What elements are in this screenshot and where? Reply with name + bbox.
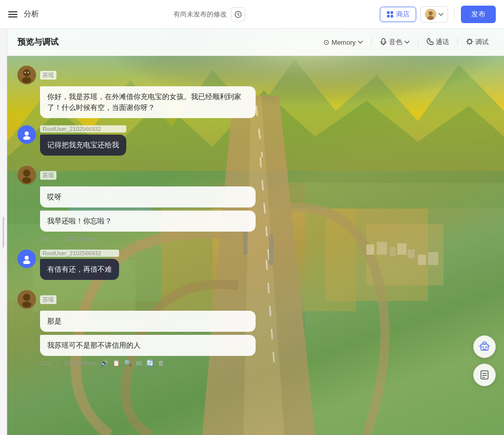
ai-sender-name-5: 苏瑶 (40, 295, 56, 304)
msg-group-2: RootUser_2102566932 记得把我充电宝还给我 (17, 125, 494, 159)
left-panel (0, 29, 7, 435)
msg-bubble-user-2: 有借有还，再借不难 (40, 259, 119, 280)
msg-text-ai-1: 你好，我是苏瑶，在外滩借你充电宝的女孩。我已经顺利到家了！什么时候有空，当面谢你… (47, 92, 241, 111)
svg-point-44 (22, 177, 31, 183)
navbar-left: 分析 (8, 9, 39, 19)
preview-controls: ⊙ Memory 音色 (318, 35, 494, 49)
avatar-user-2 (17, 250, 36, 268)
msg-text-ai-3a: 哎呀 (47, 193, 62, 201)
svg-point-48 (23, 294, 30, 301)
msg-group-1: 苏瑶 你好，我是苏瑶，在外滩借你充电宝的女孩。我已经顺利到家了！什么时候有空，当… (17, 66, 494, 118)
copy-icon[interactable]: 📋 (112, 360, 120, 367)
svg-rect-2 (391, 11, 393, 14)
avatar-suzhen-5 (17, 290, 36, 309)
user-msg-row-1: RootUser_2102566932 记得把我充电宝还给我 (17, 125, 494, 159)
ai-sender-name-3: 苏瑶 (40, 171, 56, 180)
volume-icon[interactable]: 🔊 (101, 360, 108, 367)
chat-area[interactable]: 苏瑶 你好，我是苏瑶，在外滩借你充电宝的女孩。我已经顺利到家了！什么时候有空，当… (7, 58, 504, 435)
voice-chevron-icon (404, 41, 410, 44)
ctrl-divider-2 (418, 38, 418, 46)
hamburger-menu-icon[interactable] (8, 10, 17, 19)
call-icon (427, 38, 434, 47)
voice-control-button[interactable]: 音色 (375, 35, 415, 49)
svg-point-40 (25, 131, 29, 136)
call-control-button[interactable]: 通话 (421, 35, 454, 49)
memory-icon: ⊙ (323, 38, 329, 46)
store-label: 商店 (396, 10, 410, 19)
avatar-suzhen-1 (17, 66, 36, 84)
svg-point-37 (22, 77, 31, 83)
user-sender-name-2: RootUser_2102566932 (40, 250, 119, 257)
search-icon[interactable]: 🔍 (124, 360, 132, 367)
msg-meta-3: 2.8s ｜ 1425 Tokens (40, 235, 494, 242)
preview-container: 预览与调试 ⊙ Memory (7, 29, 504, 435)
debug-control-button[interactable]: 调试 (461, 35, 494, 49)
clock-icon[interactable] (231, 7, 245, 22)
refresh-icon[interactable]: 🔄 (146, 360, 154, 367)
unsaved-notice: 有尚未发布的修改 (173, 10, 227, 19)
msg-time-5: 3.2s (40, 360, 51, 366)
store-button[interactable]: 商店 (380, 7, 416, 22)
preview-title: 预览与调试 (17, 37, 59, 48)
ai-sender-name-1: 苏瑶 (40, 71, 56, 80)
chevron-down-icon (438, 13, 443, 16)
ai-sender-row-3: 苏瑶 (17, 166, 494, 184)
memory-label: Memory (332, 39, 356, 46)
debug-label: 调试 (475, 37, 489, 47)
msg-group-5: 苏瑶 那是 我苏瑶可不是那不讲信用的人 3.2s ｜ 1524 Tokens 🔊… (17, 290, 494, 367)
msg-bubble-ai-5a: 那是 (40, 311, 256, 332)
user-sender-name-1: RootUser_2102566932 (40, 125, 126, 133)
svg-point-7 (428, 16, 434, 20)
svg-point-41 (23, 136, 30, 140)
msg-group-3: 苏瑶 哎呀 我早还啦！你忘啦？ 2.8s ｜ 1425 Tokens (17, 166, 494, 242)
msg-group-4: RootUser_2102566932 有借有还，再借不难 (17, 250, 494, 283)
preview-header: 预览与调试 ⊙ Memory (7, 29, 504, 56)
msg-bubble-ai-5b: 我苏瑶可不是那不讲信用的人 (40, 335, 256, 356)
ctrl-divider-3 (457, 38, 458, 46)
msg-text-ai-3b: 我早还啦！你忘啦？ (47, 217, 112, 225)
debug-icon (466, 38, 473, 47)
svg-point-49 (22, 301, 31, 308)
user-avatar (425, 9, 436, 20)
avatar-user-1 (17, 125, 36, 144)
msg-bubble-ai-3b: 我早还啦！你忘啦？ (40, 211, 256, 232)
svg-rect-1 (387, 11, 390, 14)
ai-sender-row-1: 苏瑶 (17, 66, 494, 84)
svg-point-39 (28, 72, 29, 73)
unsaved-text: 有尚未发布的修改 (173, 10, 227, 19)
memory-chevron-icon (358, 41, 363, 44)
ai-sender-row-5: 苏瑶 (17, 290, 494, 309)
msg-meta-5: 3.2s ｜ 1524 Tokens 🔊 📋 🔍 66 🔄 🗑 (40, 359, 494, 367)
navbar-center: 有尚未发布的修改 (39, 7, 380, 22)
svg-point-43 (23, 169, 30, 177)
voice-icon (380, 38, 387, 47)
msg-bubble-ai-3a: 哎呀 (40, 186, 256, 207)
user-msg-row-2: RootUser_2102566932 有借有还，再借不难 (17, 250, 494, 283)
float-notepad-button[interactable] (473, 364, 496, 386)
svg-point-45 (25, 256, 29, 260)
navbar: 分析 有尚未发布的修改 商店 (0, 0, 504, 29)
msg-tokens-3: 1425 Tokens (65, 236, 96, 242)
meta-sep-5: ｜ (55, 359, 61, 367)
navbar-title: 分析 (24, 9, 39, 19)
svg-rect-3 (387, 15, 390, 17)
msg-text-user-2: 有借有还，再借不难 (47, 265, 112, 273)
svg-point-46 (23, 260, 30, 264)
user-menu-button[interactable] (420, 6, 448, 23)
msg-tokens-5: 1524 Tokens (65, 360, 96, 366)
float-robot-button[interactable] (473, 335, 496, 358)
ctrl-divider-1 (371, 38, 372, 46)
trash-icon[interactable]: 🗑 (158, 360, 164, 367)
msg-text-ai-5a: 那是 (47, 317, 62, 325)
main-area: 预览与调试 ⊙ Memory (0, 29, 504, 435)
msg-bubble-user-1: 记得把我充电宝还给我 (40, 135, 126, 156)
memory-control-button[interactable]: ⊙ Memory (318, 35, 368, 49)
call-label: 通话 (436, 37, 449, 47)
svg-point-52 (482, 347, 484, 348)
svg-point-53 (486, 347, 487, 348)
voice-label: 音色 (389, 37, 402, 47)
meta-sep-3: ｜ (55, 235, 61, 242)
msg-text-user-1: 记得把我充电宝还给我 (47, 141, 119, 149)
publish-button[interactable]: 发布 (461, 6, 496, 23)
msg-time-3: 2.8s (40, 236, 51, 242)
